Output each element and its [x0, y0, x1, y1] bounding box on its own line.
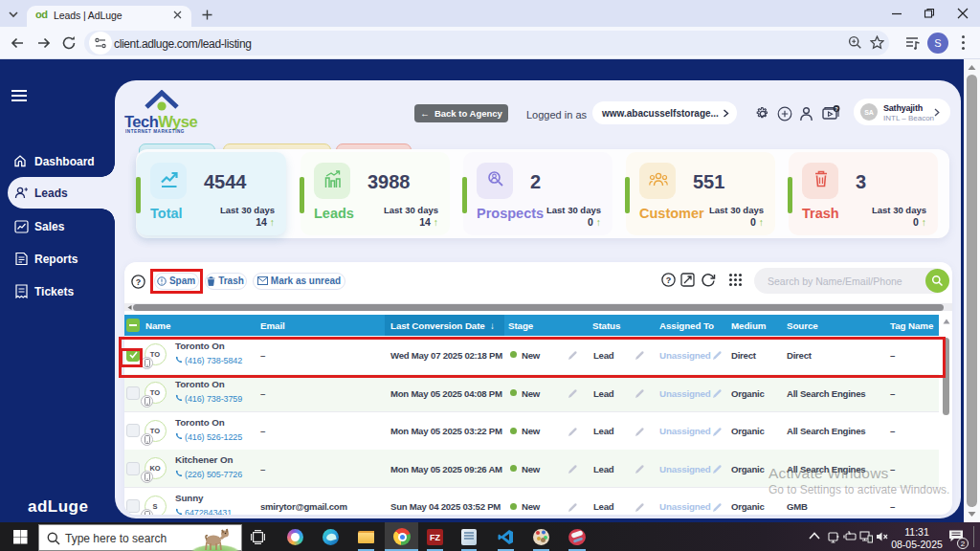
- svg-text:?: ?: [136, 277, 142, 287]
- svg-text:?: ?: [666, 276, 672, 285]
